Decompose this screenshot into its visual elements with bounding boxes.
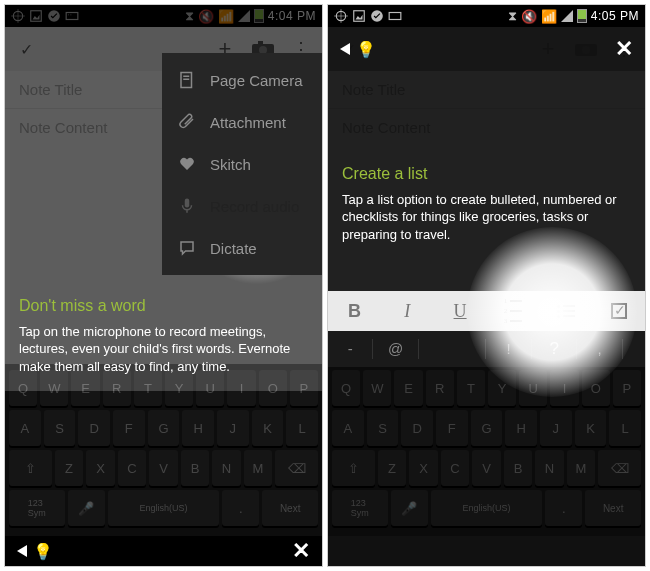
shift-key[interactable]: ⇧ xyxy=(9,450,52,486)
close-icon[interactable]: ✕ xyxy=(615,36,633,62)
key-X[interactable]: X xyxy=(86,450,115,486)
key-L[interactable]: L xyxy=(286,410,318,446)
battery-icon xyxy=(254,9,264,23)
key-N[interactable]: N xyxy=(212,450,241,486)
key-B[interactable]: B xyxy=(504,450,533,486)
key-T[interactable]: T xyxy=(134,370,162,406)
key-B[interactable]: B xyxy=(181,450,210,486)
done-check-icon[interactable]: ✓ xyxy=(13,40,39,59)
italic-button[interactable]: I xyxy=(381,301,434,322)
underline-button[interactable]: U xyxy=(434,301,487,322)
menu-skitch[interactable]: Skitch xyxy=(162,143,322,185)
key-F[interactable]: F xyxy=(436,410,468,446)
key-M[interactable]: M xyxy=(567,450,596,486)
key-U[interactable]: U xyxy=(196,370,224,406)
key-I[interactable]: I xyxy=(550,370,578,406)
key-K[interactable]: K xyxy=(575,410,607,446)
key-P[interactable]: P xyxy=(613,370,641,406)
back-arrow-icon[interactable] xyxy=(17,545,27,557)
key-J[interactable]: J xyxy=(540,410,572,446)
checklist-button[interactable] xyxy=(592,303,645,319)
key-W[interactable]: W xyxy=(40,370,68,406)
key-S[interactable]: S xyxy=(44,410,76,446)
sym-key[interactable]: 123 Sym xyxy=(332,490,388,526)
key-F[interactable]: F xyxy=(113,410,145,446)
key-M[interactable]: M xyxy=(244,450,273,486)
space-key[interactable]: English(US) xyxy=(108,490,219,526)
key-O[interactable]: O xyxy=(259,370,287,406)
back-arrow-icon[interactable] xyxy=(340,43,350,55)
menu-dictate[interactable]: Dictate xyxy=(162,227,322,269)
key-A[interactable]: A xyxy=(9,410,41,446)
key-Y[interactable]: Y xyxy=(488,370,516,406)
keyboard[interactable]: QWERTYUIOP ASDFGHJKL ⇧ZXCVBNM⌫ 123 Sym🎤E… xyxy=(328,364,645,536)
key-Q[interactable]: Q xyxy=(332,370,360,406)
check-circle-icon xyxy=(370,9,384,23)
close-icon[interactable]: ✕ xyxy=(292,538,310,564)
key-X[interactable]: X xyxy=(409,450,438,486)
menu-label: Record audio xyxy=(210,198,299,215)
key-E[interactable]: E xyxy=(71,370,99,406)
menu-attachment[interactable]: Attachment xyxy=(162,101,322,143)
period-key[interactable]: . xyxy=(222,490,259,526)
key-L[interactable]: L xyxy=(609,410,641,446)
key-Q[interactable]: Q xyxy=(9,370,37,406)
coach-body: Tap on the microphone to record meetings… xyxy=(19,323,308,376)
keyboard[interactable]: QWERTYUIOP ASDFGHJKL ⇧ZXCVBNM⌫ 123 Sym🎤E… xyxy=(5,364,322,536)
key-R[interactable]: R xyxy=(103,370,131,406)
delete-key[interactable]: ⌫ xyxy=(275,450,318,486)
key-Z[interactable]: Z xyxy=(378,450,407,486)
key-A[interactable]: A xyxy=(332,410,364,446)
bulleted-list-button[interactable] xyxy=(539,305,592,318)
punct-at[interactable]: @ xyxy=(373,339,418,359)
period-key[interactable]: . xyxy=(545,490,582,526)
mic-key[interactable]: 🎤 xyxy=(391,490,428,526)
key-Y[interactable]: Y xyxy=(165,370,193,406)
key-W[interactable]: W xyxy=(363,370,391,406)
key-G[interactable]: G xyxy=(471,410,503,446)
key-O[interactable]: O xyxy=(582,370,610,406)
key-S[interactable]: S xyxy=(367,410,399,446)
lightbulb-icon[interactable]: 💡 xyxy=(33,542,53,561)
key-V[interactable]: V xyxy=(472,450,501,486)
key-D[interactable]: D xyxy=(401,410,433,446)
key-T[interactable]: T xyxy=(457,370,485,406)
key-U[interactable]: U xyxy=(519,370,547,406)
bold-button[interactable]: B xyxy=(328,301,381,322)
clock: 4:05 PM xyxy=(591,9,639,23)
mic-key[interactable]: 🎤 xyxy=(68,490,105,526)
numbered-list-button[interactable]: 1 2 3 xyxy=(486,297,539,325)
key-D[interactable]: D xyxy=(78,410,110,446)
lightbulb-icon[interactable]: 💡 xyxy=(356,40,376,59)
key-C[interactable]: C xyxy=(118,450,147,486)
punct-dash[interactable]: - xyxy=(328,339,373,359)
key-C[interactable]: C xyxy=(441,450,470,486)
key-H[interactable]: H xyxy=(505,410,537,446)
punct-quest[interactable]: ? xyxy=(532,339,577,359)
key-R[interactable]: R xyxy=(426,370,454,406)
key-H[interactable]: H xyxy=(182,410,214,446)
punct-comma[interactable]: , xyxy=(577,339,622,359)
key-K[interactable]: K xyxy=(252,410,284,446)
key-N[interactable]: N xyxy=(535,450,564,486)
key-G[interactable]: G xyxy=(148,410,180,446)
mute-icon: 🔇 xyxy=(521,9,537,24)
coach-nav-bar: 💡 ✕ xyxy=(5,536,322,566)
bulleted-list-icon xyxy=(557,305,575,318)
key-J[interactable]: J xyxy=(217,410,249,446)
space-key[interactable]: English(US) xyxy=(431,490,542,526)
menu-record-audio[interactable]: Record audio xyxy=(162,185,322,227)
sym-key[interactable]: 123 Sym xyxy=(9,490,65,526)
next-key[interactable]: Next xyxy=(262,490,318,526)
delete-key[interactable]: ⌫ xyxy=(598,450,641,486)
key-E[interactable]: E xyxy=(394,370,422,406)
next-key[interactable]: Next xyxy=(585,490,641,526)
key-I[interactable]: I xyxy=(227,370,255,406)
key-Z[interactable]: Z xyxy=(55,450,84,486)
key-V[interactable]: V xyxy=(149,450,178,486)
menu-page-camera[interactable]: Page Camera xyxy=(162,59,322,101)
page-camera-icon xyxy=(178,71,196,89)
punct-excl[interactable]: ! xyxy=(486,339,531,359)
key-P[interactable]: P xyxy=(290,370,318,406)
shift-key[interactable]: ⇧ xyxy=(332,450,375,486)
